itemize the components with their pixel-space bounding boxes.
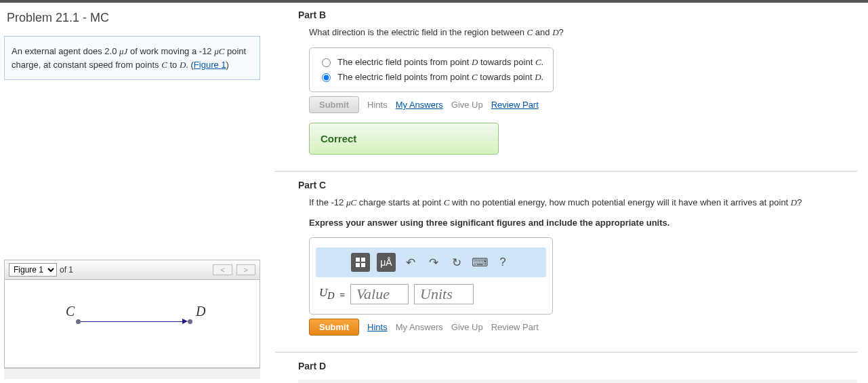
svg-rect-1: [361, 258, 365, 262]
point-c: C: [472, 72, 478, 82]
part-b-option-1-radio[interactable]: [322, 58, 331, 67]
part-b-prompt: What direction is the electric field in …: [309, 27, 857, 38]
my-answers-label: My Answers: [396, 322, 443, 332]
option-text: The electric field points from point: [337, 57, 472, 67]
point-d: D: [180, 60, 186, 70]
problem-statement: An external agent does 2.0 μJ of work mo…: [4, 36, 260, 80]
figure-label-c: C: [66, 304, 75, 319]
part-c-title: Part C: [298, 180, 857, 190]
my-answers-link[interactable]: My Answers: [396, 100, 443, 110]
prompt-text: ?: [797, 197, 802, 207]
part-b-submit-button[interactable]: Submit: [309, 96, 359, 113]
svg-rect-3: [361, 263, 365, 267]
figure-label-d: D: [196, 304, 205, 319]
keyboard-icon[interactable]: ⌨: [472, 256, 488, 270]
hints-link[interactable]: Hints: [367, 322, 388, 332]
units-icon[interactable]: μÅ: [377, 253, 396, 272]
prompt-text: with no potential energy, how much poten…: [449, 197, 790, 207]
prompt-text: and: [533, 27, 552, 37]
give-up-label: Give Up: [451, 322, 483, 332]
point-d: D: [552, 27, 558, 37]
part-b-title: Part B: [298, 9, 857, 20]
point-c: C: [161, 60, 167, 70]
prompt-text: ?: [559, 27, 564, 37]
ud-label: UD: [319, 286, 335, 302]
redo-icon[interactable]: ↷: [426, 256, 442, 270]
point-d: D: [472, 57, 478, 67]
problem-text: to: [167, 60, 180, 70]
part-c-answer-box: μÅ ↶ ↷ ↻ ⌨ ? UD =: [309, 237, 553, 315]
prompt-text: If the -12: [309, 197, 346, 207]
part-c-instruction: Express your answer using three signific…: [309, 218, 857, 228]
part-b-answer-box: The electric field points from point D t…: [309, 47, 554, 92]
part-c-submit-button[interactable]: Submit: [309, 319, 359, 336]
figure-dot-c: [76, 319, 81, 324]
part-b-option-1-label: The electric field points from point D t…: [337, 57, 543, 68]
problem-text: ): [226, 60, 229, 70]
point-d: D: [791, 197, 797, 207]
point-c: C: [527, 27, 533, 37]
hints-label: Hints: [367, 100, 388, 110]
svg-rect-2: [356, 263, 360, 267]
undo-icon[interactable]: ↶: [402, 256, 419, 270]
svg-rect-0: [356, 258, 360, 262]
review-part-label: Review Part: [491, 322, 539, 332]
part-d-locked-message: This question will be shown after you co…: [298, 380, 857, 383]
option-text: .: [541, 57, 544, 67]
part-c-prompt: If the -12 μC charge starts at point C w…: [309, 197, 857, 208]
figure-count: of 1: [60, 265, 73, 275]
review-part-link[interactable]: Review Part: [491, 100, 539, 110]
unit-microcoulomb: μC: [346, 197, 356, 207]
figure-prev-button[interactable]: <: [213, 264, 232, 275]
figure-link[interactable]: Figure 1: [194, 60, 226, 70]
option-text: towards point: [478, 57, 535, 67]
figure-arrow-head: [182, 319, 188, 324]
unit-microcoulomb: μC: [214, 46, 224, 56]
option-text: .: [541, 72, 544, 82]
point-c: C: [535, 57, 541, 67]
option-text: The electric field points from point: [337, 72, 472, 82]
help-icon[interactable]: ?: [495, 256, 511, 269]
prompt-text: charge starts at point: [356, 197, 444, 207]
figure-dot-d: [188, 319, 192, 324]
part-b-feedback: Correct: [309, 123, 499, 155]
figure-panel: Figure 1 of 1 < > C D: [4, 260, 260, 379]
problem-text: . (: [186, 60, 194, 70]
unit-microjoule: μJ: [119, 46, 127, 56]
option-text: towards point: [478, 72, 535, 82]
equals-label: =: [340, 289, 346, 300]
problem-title: Problem 21.1 - MC: [7, 11, 257, 25]
prompt-text: What direction is the electric field in …: [309, 27, 527, 37]
point-d: D: [535, 72, 541, 82]
figure-arrow-line: [81, 321, 184, 322]
template-icon[interactable]: [351, 253, 370, 272]
equation-toolbar: μÅ ↶ ↷ ↻ ⌨ ?: [316, 247, 546, 277]
units-input[interactable]: [414, 284, 474, 304]
part-b-option-2-label: The electric field points from point C t…: [337, 72, 543, 83]
figure-canvas: C D: [4, 280, 260, 368]
give-up-label: Give Up: [451, 100, 483, 110]
part-b-option-2-radio[interactable]: [322, 73, 331, 82]
figure-next-button[interactable]: >: [236, 264, 255, 275]
figure-select[interactable]: Figure 1: [9, 263, 57, 277]
problem-text: of work moving a -12: [127, 46, 214, 56]
problem-text: An external agent does 2.0: [12, 46, 119, 56]
reset-icon[interactable]: ↻: [449, 256, 465, 270]
value-input[interactable]: [350, 284, 409, 304]
part-d-title: Part D: [298, 361, 857, 371]
